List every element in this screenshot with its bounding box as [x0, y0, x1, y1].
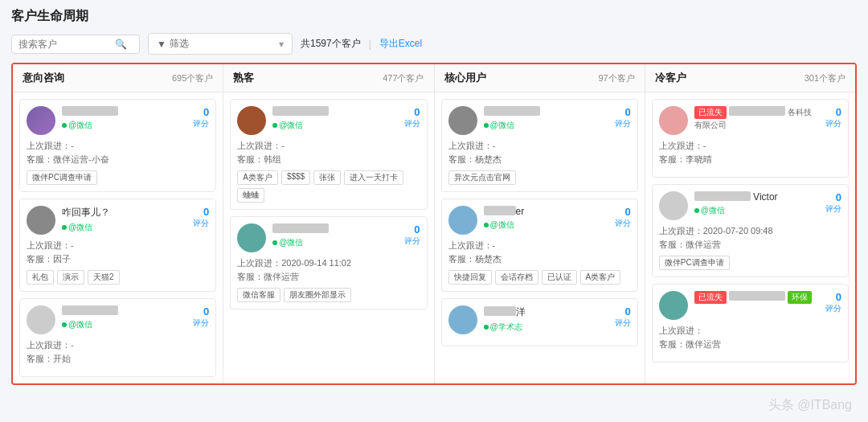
score-number: 0 [193, 305, 209, 318]
score-number: 0 [404, 106, 420, 118]
tag[interactable]: 微信客服 [237, 288, 280, 302]
column-count: 97个客户 [599, 72, 635, 84]
name-blurred [484, 306, 516, 316]
card-service: 客服：杨楚杰 [448, 253, 631, 265]
card-score: 0 评分 [404, 106, 420, 129]
wechat-dot [62, 123, 67, 128]
card-service: 客服：微伴运营 [659, 239, 841, 251]
card-follow: 上次跟进：- [27, 240, 209, 252]
card-tags: 微伴PC调查申请 [659, 256, 841, 270]
name-line: 咋回事儿？ [62, 206, 186, 219]
card-service: 客服：微伴运营 [659, 338, 841, 350]
tag[interactable]: 异次元点击官网 [448, 170, 516, 185]
wechat-dot [272, 240, 277, 245]
wechat-tag: @微信 [272, 120, 303, 131]
card-follow: 上次跟进：2020-09-14 11:02 [237, 257, 420, 269]
tag[interactable]: A类客户 [580, 270, 621, 285]
card-service: 客服：因子 [27, 253, 209, 265]
badge2: 环保 [788, 291, 812, 304]
score-number: 0 [193, 206, 209, 218]
score-number: 0 [193, 106, 209, 118]
name-blurred [694, 191, 751, 201]
card-follow: 上次跟进：- [237, 140, 420, 152]
score-label: 评分 [825, 203, 841, 215]
wechat-tag: @微信 [62, 319, 92, 330]
score-label: 评分 [615, 118, 631, 129]
column-title: 核心用户 [444, 71, 486, 85]
card-info: @微信 [62, 106, 186, 131]
tag[interactable]: 会话存档 [495, 270, 538, 285]
tag[interactable]: 蛐蛐 [237, 188, 264, 203]
filter-icon: ▼ [157, 39, 166, 50]
column-count: 695个客户 [172, 72, 213, 84]
card-follow: 上次跟进：- [448, 140, 631, 152]
wechat-tag: @微信 [484, 219, 514, 231]
toolbar: 🔍 ▼ 筛选 ▾ 共1597个客户 | 导出Excel [11, 33, 857, 55]
score-label: 评分 [193, 318, 209, 329]
wechat-tag: @微信 [62, 222, 92, 233]
name-line: 已流失 各科技有限公司 [694, 106, 819, 131]
card-info: er @微信 [484, 206, 608, 231]
card-header: @微信 0 评分 [448, 106, 631, 135]
card-c4: @微信 0 评分 上次跟进：- 客服：韩组 A类客户$$$$张张进入一天打卡蛐蛐 [230, 99, 427, 210]
tag[interactable]: 进入一天打卡 [344, 170, 403, 185]
card-score: 0 评分 [825, 106, 841, 129]
wechat-dot [484, 223, 489, 227]
tag[interactable]: 礼包 [27, 270, 54, 285]
card-header: @微信 0 评分 [237, 106, 420, 135]
card-info: Victor @微信 [694, 191, 819, 216]
score-number: 0 [615, 206, 631, 218]
score-label: 评分 [825, 118, 841, 129]
cards-area-core: @微信 0 评分 上次跟进：- 客服：杨楚杰 异次元点击官网 er @微信 0 [435, 92, 645, 353]
name-blurred [484, 106, 540, 116]
column-header-inquiry: 意向咨询 695个客户 [13, 64, 223, 92]
tag[interactable]: $$$$ [281, 170, 310, 185]
card-tags: 微伴PC调查申请 [27, 170, 209, 185]
avatar [27, 305, 55, 334]
tag[interactable]: 微伴PC调查申请 [27, 170, 97, 185]
score-number: 0 [404, 223, 420, 236]
card-c8: 洋 @学术志 0 评分 [441, 298, 638, 346]
card-score: 0 评分 [615, 106, 631, 129]
tag[interactable]: 朋友圈外部显示 [284, 288, 351, 302]
name-line: 洋 [484, 305, 608, 319]
name-line [272, 106, 397, 117]
filter-box[interactable]: ▼ 筛选 ▾ [148, 33, 293, 55]
total-count: 共1597个客户 [301, 37, 361, 51]
export-link[interactable]: 导出Excel [379, 37, 422, 51]
score-label: 评分 [615, 218, 631, 229]
columns-container: 意向咨询 695个客户 @微信 0 评分 上次跟进：- 客服：微伴运营-小奋 微… [11, 63, 857, 385]
tag[interactable]: 快捷回复 [448, 270, 492, 285]
card-service: 客服：韩组 [237, 154, 420, 166]
wechat-dot [484, 325, 489, 330]
card-info: 已流失 各科技有限公司 [694, 106, 819, 133]
name-line: Victor [694, 191, 819, 203]
column-core: 核心用户 97个客户 @微信 0 评分 上次跟进：- 客服：杨楚杰 异次元点击官… [435, 64, 645, 383]
column-header-regular: 熟客 477个客户 [223, 64, 433, 92]
wechat-dot [62, 225, 67, 230]
tag[interactable]: 微伴PC调查申请 [659, 256, 730, 270]
name-blurred [729, 106, 785, 116]
name-line [272, 223, 397, 235]
tag[interactable]: A类客户 [237, 170, 278, 185]
avatar [659, 106, 688, 135]
tag[interactable]: 已认证 [542, 270, 577, 285]
card-service: 客服：开始 [27, 353, 209, 365]
card-header: @微信 0 评分 [27, 305, 209, 334]
card-service: 客服：杨楚杰 [448, 154, 631, 166]
card-header: er @微信 0 评分 [448, 206, 631, 235]
score-label: 评分 [404, 236, 420, 247]
name-blurred [484, 206, 516, 215]
name-line [62, 305, 186, 317]
tag[interactable]: 天猫2 [88, 270, 120, 285]
card-header: 洋 @学术志 0 评分 [448, 305, 631, 334]
card-score: 0 评分 [825, 291, 841, 314]
tag[interactable]: 演示 [57, 270, 84, 285]
search-box[interactable]: 🔍 [11, 35, 140, 54]
card-info: @微信 [62, 305, 186, 330]
card-info: 洋 @学术志 [484, 305, 608, 333]
card-tags: 快捷回复会话存档已认证A类客户 [448, 270, 631, 285]
card-info: @微信 [272, 223, 397, 248]
search-input[interactable] [18, 39, 115, 50]
tag[interactable]: 张张 [313, 170, 341, 185]
